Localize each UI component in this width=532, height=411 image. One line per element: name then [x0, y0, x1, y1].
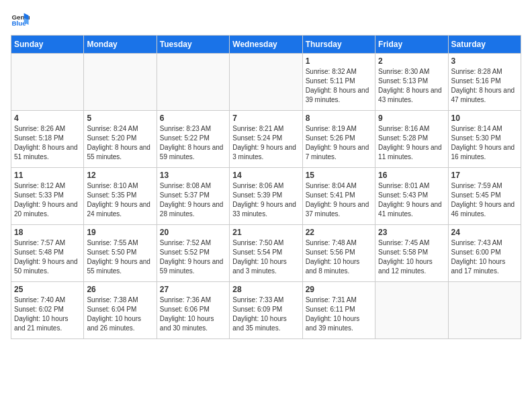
calendar-cell	[448, 282, 521, 339]
day-number: 1	[306, 56, 372, 66]
day-info: Sunrise: 7:43 AM Sunset: 6:00 PM Dayligh…	[451, 238, 518, 276]
page-header: General Blue	[11, 11, 521, 30]
day-info: Sunrise: 8:04 AM Sunset: 5:41 PM Dayligh…	[306, 181, 372, 219]
day-info: Sunrise: 7:52 AM Sunset: 5:52 PM Dayligh…	[160, 238, 226, 276]
calendar-cell: 21Sunrise: 7:50 AM Sunset: 5:54 PM Dayli…	[230, 225, 302, 282]
day-number: 13	[160, 171, 226, 180]
day-number: 28	[232, 285, 299, 294]
calendar-cell: 27Sunrise: 7:36 AM Sunset: 6:06 PM Dayli…	[157, 282, 229, 339]
day-number: 4	[14, 113, 81, 123]
day-info: Sunrise: 8:32 AM Sunset: 5:11 PM Dayligh…	[306, 67, 372, 105]
calendar-table: SundayMondayTuesdayWednesdayThursdayFrid…	[11, 35, 521, 339]
calendar-cell: 8Sunrise: 8:19 AM Sunset: 5:26 PM Daylig…	[302, 111, 375, 168]
day-number: 27	[160, 285, 226, 294]
day-number: 23	[378, 228, 445, 237]
calendar-week-row: 1Sunrise: 8:32 AM Sunset: 5:11 PM Daylig…	[11, 54, 521, 111]
logo: General Blue	[11, 11, 32, 30]
day-number: 10	[451, 113, 518, 123]
calendar-cell	[157, 54, 229, 111]
day-info: Sunrise: 8:26 AM Sunset: 5:18 PM Dayligh…	[14, 124, 81, 162]
calendar-cell: 11Sunrise: 8:12 AM Sunset: 5:33 PM Dayli…	[11, 168, 84, 225]
calendar-cell	[375, 282, 448, 339]
calendar-cell: 2Sunrise: 8:30 AM Sunset: 5:13 PM Daylig…	[375, 54, 448, 111]
calendar-cell	[11, 54, 84, 111]
day-info: Sunrise: 7:48 AM Sunset: 5:56 PM Dayligh…	[306, 238, 372, 276]
calendar-week-row: 25Sunrise: 7:40 AM Sunset: 6:02 PM Dayli…	[11, 282, 521, 339]
day-number: 22	[306, 228, 372, 237]
day-number: 2	[378, 56, 445, 66]
calendar-cell: 6Sunrise: 8:23 AM Sunset: 5:22 PM Daylig…	[157, 111, 229, 168]
calendar-week-row: 11Sunrise: 8:12 AM Sunset: 5:33 PM Dayli…	[11, 168, 521, 225]
calendar-cell: 25Sunrise: 7:40 AM Sunset: 6:02 PM Dayli…	[11, 282, 84, 339]
calendar-cell: 17Sunrise: 7:59 AM Sunset: 5:45 PM Dayli…	[448, 168, 521, 225]
calendar-cell: 7Sunrise: 8:21 AM Sunset: 5:24 PM Daylig…	[230, 111, 302, 168]
calendar-cell: 3Sunrise: 8:28 AM Sunset: 5:16 PM Daylig…	[448, 54, 521, 111]
calendar-cell: 23Sunrise: 7:45 AM Sunset: 5:58 PM Dayli…	[375, 225, 448, 282]
calendar-cell	[84, 54, 157, 111]
day-info: Sunrise: 8:12 AM Sunset: 5:33 PM Dayligh…	[14, 181, 81, 219]
day-number: 29	[306, 285, 372, 294]
day-of-week-header: Tuesday	[157, 36, 229, 54]
day-number: 26	[87, 285, 153, 294]
logo-icon: General Blue	[11, 11, 30, 30]
calendar-cell: 15Sunrise: 8:04 AM Sunset: 5:41 PM Dayli…	[302, 168, 375, 225]
day-number: 8	[306, 113, 372, 123]
calendar-cell: 26Sunrise: 7:38 AM Sunset: 6:04 PM Dayli…	[84, 282, 157, 339]
day-number: 7	[232, 113, 299, 123]
day-info: Sunrise: 8:23 AM Sunset: 5:22 PM Dayligh…	[160, 124, 226, 162]
day-info: Sunrise: 7:57 AM Sunset: 5:48 PM Dayligh…	[14, 238, 81, 276]
day-info: Sunrise: 7:33 AM Sunset: 6:09 PM Dayligh…	[232, 295, 299, 333]
calendar-cell: 5Sunrise: 8:24 AM Sunset: 5:20 PM Daylig…	[84, 111, 157, 168]
calendar-cell: 16Sunrise: 8:01 AM Sunset: 5:43 PM Dayli…	[375, 168, 448, 225]
day-of-week-header: Wednesday	[230, 36, 302, 54]
day-info: Sunrise: 7:55 AM Sunset: 5:50 PM Dayligh…	[87, 238, 153, 276]
day-number: 25	[14, 285, 81, 294]
day-number: 9	[378, 113, 445, 123]
calendar-cell: 18Sunrise: 7:57 AM Sunset: 5:48 PM Dayli…	[11, 225, 84, 282]
day-info: Sunrise: 8:16 AM Sunset: 5:28 PM Dayligh…	[378, 124, 445, 162]
day-number: 17	[451, 171, 518, 180]
day-info: Sunrise: 8:06 AM Sunset: 5:39 PM Dayligh…	[232, 181, 299, 219]
day-info: Sunrise: 7:36 AM Sunset: 6:06 PM Dayligh…	[160, 295, 226, 333]
calendar-cell: 29Sunrise: 7:31 AM Sunset: 6:11 PM Dayli…	[302, 282, 375, 339]
calendar-cell: 19Sunrise: 7:55 AM Sunset: 5:50 PM Dayli…	[84, 225, 157, 282]
day-of-week-header: Monday	[84, 36, 157, 54]
day-number: 19	[87, 228, 153, 237]
day-of-week-header: Friday	[375, 36, 448, 54]
day-info: Sunrise: 8:19 AM Sunset: 5:26 PM Dayligh…	[306, 124, 372, 162]
day-number: 5	[87, 113, 153, 123]
day-number: 3	[451, 56, 518, 66]
calendar-cell: 4Sunrise: 8:26 AM Sunset: 5:18 PM Daylig…	[11, 111, 84, 168]
day-info: Sunrise: 7:40 AM Sunset: 6:02 PM Dayligh…	[14, 295, 81, 333]
day-info: Sunrise: 8:21 AM Sunset: 5:24 PM Dayligh…	[232, 124, 299, 162]
calendar-cell	[230, 54, 302, 111]
calendar-week-row: 4Sunrise: 8:26 AM Sunset: 5:18 PM Daylig…	[11, 111, 521, 168]
day-info: Sunrise: 8:01 AM Sunset: 5:43 PM Dayligh…	[378, 181, 445, 219]
day-number: 24	[451, 228, 518, 237]
calendar-cell: 24Sunrise: 7:43 AM Sunset: 6:00 PM Dayli…	[448, 225, 521, 282]
day-info: Sunrise: 7:38 AM Sunset: 6:04 PM Dayligh…	[87, 295, 153, 333]
calendar-cell: 28Sunrise: 7:33 AM Sunset: 6:09 PM Dayli…	[230, 282, 302, 339]
calendar-cell: 1Sunrise: 8:32 AM Sunset: 5:11 PM Daylig…	[302, 54, 375, 111]
day-number: 11	[14, 171, 81, 180]
day-info: Sunrise: 8:24 AM Sunset: 5:20 PM Dayligh…	[87, 124, 153, 162]
day-number: 14	[232, 171, 299, 180]
calendar-cell: 9Sunrise: 8:16 AM Sunset: 5:28 PM Daylig…	[375, 111, 448, 168]
day-info: Sunrise: 8:30 AM Sunset: 5:13 PM Dayligh…	[378, 67, 445, 105]
calendar-header-row: SundayMondayTuesdayWednesdayThursdayFrid…	[11, 36, 521, 54]
calendar-cell: 13Sunrise: 8:08 AM Sunset: 5:37 PM Dayli…	[157, 168, 229, 225]
calendar-cell: 20Sunrise: 7:52 AM Sunset: 5:52 PM Dayli…	[157, 225, 229, 282]
day-number: 6	[160, 113, 226, 123]
day-info: Sunrise: 8:28 AM Sunset: 5:16 PM Dayligh…	[451, 67, 518, 105]
day-number: 15	[306, 171, 372, 180]
day-info: Sunrise: 7:45 AM Sunset: 5:58 PM Dayligh…	[378, 238, 445, 276]
calendar-cell: 12Sunrise: 8:10 AM Sunset: 5:35 PM Dayli…	[84, 168, 157, 225]
day-of-week-header: Thursday	[302, 36, 375, 54]
day-info: Sunrise: 8:14 AM Sunset: 5:30 PM Dayligh…	[451, 124, 518, 162]
calendar-cell: 14Sunrise: 8:06 AM Sunset: 5:39 PM Dayli…	[230, 168, 302, 225]
calendar-cell: 10Sunrise: 8:14 AM Sunset: 5:30 PM Dayli…	[448, 111, 521, 168]
day-number: 16	[378, 171, 445, 180]
day-info: Sunrise: 7:50 AM Sunset: 5:54 PM Dayligh…	[232, 238, 299, 276]
day-number: 12	[87, 171, 153, 180]
day-info: Sunrise: 7:31 AM Sunset: 6:11 PM Dayligh…	[306, 295, 372, 333]
